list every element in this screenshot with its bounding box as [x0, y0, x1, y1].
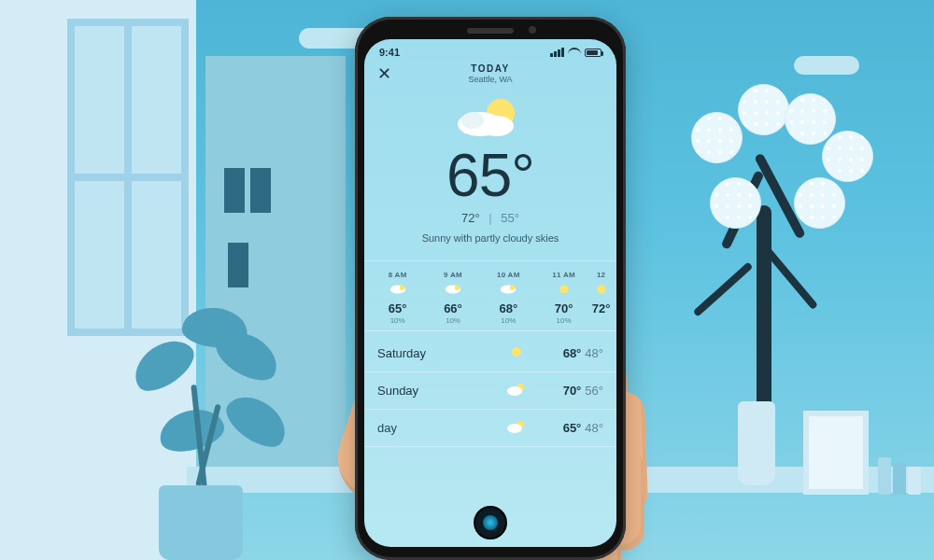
svg-point-10: [559, 285, 568, 293]
svg-point-16: [507, 424, 522, 433]
sun-icon: [591, 282, 611, 299]
daily-day: Saturday: [377, 346, 501, 360]
alexa-icon: [483, 515, 498, 530]
hourly-item[interactable]: 9 AM 66° 10%: [425, 271, 480, 325]
daily-day: Sunday: [377, 384, 501, 398]
hourly-forecast[interactable]: 8 AM 65° 10% 9 AM 66° 10% 10 AM 68° 10%: [364, 260, 616, 331]
daily-high: 70°: [563, 384, 582, 398]
daily-low: 56°: [585, 384, 603, 398]
hourly-item[interactable]: 8 AM 65° 10%: [370, 271, 425, 325]
hourly-precip: 10%: [481, 316, 536, 325]
hourly-item[interactable]: 10 AM 68° 10%: [481, 271, 536, 325]
hourly-temp: 70°: [536, 301, 591, 315]
partly-cloudy-icon: [501, 419, 532, 437]
alexa-button[interactable]: [474, 506, 507, 539]
cloud-rain-icon: [481, 282, 536, 299]
battery-icon: [585, 49, 601, 57]
hilo-separator: |: [488, 211, 491, 225]
current-temp: 65°: [364, 146, 616, 205]
phone: 9:41 ✕ TODAY Seattle, WA: [355, 17, 626, 560]
high-temp: 72°: [461, 211, 480, 225]
daily-day: day: [377, 421, 501, 435]
svg-point-12: [512, 347, 521, 357]
cloud-rain-icon: [370, 282, 425, 299]
app-header: ✕ TODAY Seattle, WA: [364, 62, 616, 90]
hourly-item[interactable]: 11 AM 70° 10%: [536, 271, 591, 325]
hourly-time: 10 AM: [481, 271, 536, 279]
current-weather: 65° 72° | 55° Sunny with partly cloudy s…: [364, 90, 616, 251]
status-time: 9:41: [379, 47, 400, 58]
low-temp: 55°: [501, 211, 519, 225]
partly-cloudy-icon: [501, 382, 532, 399]
hourly-precip: 10%: [370, 316, 425, 325]
svg-point-11: [598, 285, 606, 293]
hourly-precip: 10%: [425, 316, 480, 325]
partly-cloudy-icon: [364, 93, 616, 142]
daily-high: 65°: [563, 421, 582, 435]
daily-low: 48°: [585, 346, 603, 360]
weather-app-screen: 9:41 ✕ TODAY Seattle, WA: [364, 39, 616, 547]
hourly-item[interactable]: 12 72°: [591, 271, 611, 325]
svg-point-9: [510, 285, 516, 290]
svg-point-2: [480, 116, 514, 136]
svg-point-14: [507, 386, 522, 396]
hourly-time: 8 AM: [370, 271, 425, 279]
svg-point-5: [399, 285, 404, 290]
hourly-time: 12: [591, 271, 611, 279]
sun-icon: [536, 282, 591, 299]
daily-row[interactable]: day 65°48°: [364, 410, 616, 447]
hourly-temp: 65°: [370, 301, 425, 315]
daily-forecast[interactable]: Saturday 68°48° Sunday 70°56° day 65°48°: [364, 331, 616, 447]
header-location: Seattle, WA: [364, 75, 616, 84]
hourly-precip: 10%: [536, 316, 591, 325]
daily-low: 48°: [585, 421, 603, 435]
sun-icon: [501, 344, 532, 362]
svg-point-3: [461, 112, 484, 129]
status-bar: 9:41: [364, 39, 616, 62]
hourly-time: 9 AM: [425, 271, 480, 279]
svg-point-7: [455, 285, 460, 290]
daily-row[interactable]: Sunday 70°56°: [364, 372, 616, 410]
cloud-rain-icon: [425, 282, 480, 299]
header-title: TODAY: [364, 63, 616, 74]
hourly-temp: 72°: [591, 301, 611, 315]
wifi-icon: [568, 48, 581, 57]
condition-text: Sunny with partly cloudy skies: [364, 232, 616, 244]
hourly-temp: 68°: [481, 301, 536, 315]
hourly-time: 11 AM: [536, 271, 591, 279]
daily-high: 68°: [563, 346, 582, 360]
daily-row[interactable]: Saturday 68°48°: [364, 335, 616, 372]
hourly-temp: 66°: [425, 301, 480, 315]
signal-icon: [550, 48, 564, 57]
